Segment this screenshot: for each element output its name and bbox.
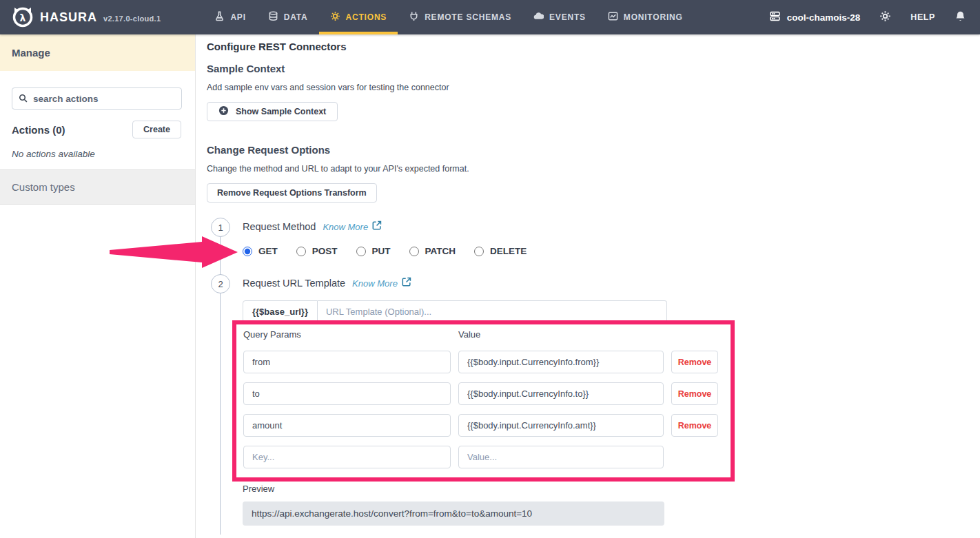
preview-url: https://api.exchangerate.host/convert?fr… xyxy=(252,508,532,519)
nav-item-label: DATA xyxy=(284,12,308,22)
nav-item-remote-schemas[interactable]: REMOTE SCHEMAS xyxy=(398,0,522,34)
query-param-value-input[interactable] xyxy=(458,382,664,405)
project-name-button[interactable]: cool-chamois-28 xyxy=(769,10,861,24)
radio-get[interactable] xyxy=(243,247,252,256)
search-actions-input[interactable] xyxy=(12,87,182,110)
preview-url-box: https://api.exchangerate.host/convert?fr… xyxy=(243,501,664,526)
database-icon xyxy=(268,11,278,23)
radio-post[interactable] xyxy=(296,247,306,256)
query-params-headers: Query Params Value xyxy=(243,329,718,340)
external-link-icon xyxy=(372,220,382,233)
url-template-row: {{$base_url}} xyxy=(243,300,980,322)
nav-item-label: MONITORING xyxy=(624,12,683,22)
brand-name: HASURA xyxy=(40,10,97,25)
external-link-icon xyxy=(402,277,411,289)
step-request-url-template: 2 Request URL Template Know More {{$base… xyxy=(207,274,980,526)
method-option-post[interactable]: POST xyxy=(296,246,338,256)
settings-gear-icon[interactable] xyxy=(879,10,891,25)
gears-icon xyxy=(330,11,340,23)
radio-put[interactable] xyxy=(356,247,366,256)
plug-icon xyxy=(409,11,419,23)
remove-param-button[interactable]: Remove xyxy=(671,351,718,373)
change-request-options-description: Change the method and URL to adapt to yo… xyxy=(207,164,980,174)
nav-item-label: ACTIONS xyxy=(346,12,387,22)
page-title: Configure REST Connectors xyxy=(207,41,980,52)
url-template-input[interactable] xyxy=(318,300,667,322)
hasura-logo[interactable]: λ HASURA v2.17.0-cloud.1 xyxy=(11,6,161,29)
sidebar-item-custom-types[interactable]: Custom types xyxy=(0,169,195,205)
remove-param-button[interactable]: Remove xyxy=(671,414,718,437)
preview-label: Preview xyxy=(243,484,980,494)
nav-item-api[interactable]: API xyxy=(203,0,256,34)
new-param-value-input[interactable] xyxy=(458,446,664,468)
radio-patch[interactable] xyxy=(409,247,419,256)
radio-delete[interactable] xyxy=(474,247,484,256)
nav-menu: API DATA ACTIONS REMOTE SCHEMAS EVENTS xyxy=(203,0,693,34)
server-icon xyxy=(769,10,781,24)
cloud-icon xyxy=(533,11,544,23)
nav-item-label: EVENTS xyxy=(549,12,586,22)
project-name: cool-chamois-28 xyxy=(787,12,861,23)
actions-count-heading: Actions (0) xyxy=(12,124,65,136)
nav-item-actions[interactable]: ACTIONS xyxy=(319,0,398,34)
search-actions-wrap xyxy=(12,87,181,110)
base-url-prefix: {{$base_url}} xyxy=(243,300,318,322)
nav-item-label: REMOTE SCHEMAS xyxy=(425,12,511,22)
nav-item-monitoring[interactable]: MONITORING xyxy=(597,0,694,34)
query-param-key-input[interactable] xyxy=(243,351,451,373)
request-url-template-title: Request URL Template xyxy=(243,278,345,289)
know-more-link-request-method[interactable]: Know More xyxy=(323,220,382,233)
new-param-key-input[interactable] xyxy=(243,446,451,468)
flask-icon xyxy=(214,11,225,23)
step-number-badge: 1 xyxy=(211,218,230,237)
query-params-column-header: Query Params xyxy=(243,329,451,340)
create-action-button[interactable]: Create xyxy=(132,121,181,138)
request-method-radio-group: GET POST PUT PATCH xyxy=(243,246,980,256)
sample-context-description: Add sample env vars and session vars for… xyxy=(207,83,980,92)
actions-sidebar: Manage Actions (0) Create No actions ava… xyxy=(0,34,196,538)
know-more-link-url-template[interactable]: Know More xyxy=(352,277,411,289)
navbar-right: cool-chamois-28 HELP xyxy=(769,10,966,25)
method-option-put[interactable]: PUT xyxy=(356,246,391,256)
nav-item-events[interactable]: EVENTS xyxy=(522,0,597,34)
configure-rest-connectors-panel: Configure REST Connectors Sample Context… xyxy=(196,34,980,538)
query-param-key-input[interactable] xyxy=(243,382,451,405)
method-option-get[interactable]: GET xyxy=(243,246,278,256)
no-actions-text: No actions available xyxy=(12,149,183,159)
chart-icon xyxy=(608,11,618,23)
query-param-value-input[interactable] xyxy=(458,351,664,373)
nav-item-label: API xyxy=(230,12,245,22)
method-option-delete[interactable]: DELETE xyxy=(474,246,527,256)
show-sample-context-label: Show Sample Context xyxy=(236,107,326,116)
query-param-row: Remove xyxy=(243,351,718,373)
query-param-value-input[interactable] xyxy=(458,414,664,437)
change-request-options-heading: Change Request Options xyxy=(207,144,980,156)
query-param-key-input[interactable] xyxy=(243,414,451,437)
show-sample-context-button[interactable]: Show Sample Context xyxy=(207,102,338,121)
query-param-row: Remove xyxy=(243,382,718,405)
hasura-logo-icon: λ xyxy=(11,6,34,29)
remove-request-options-transform-button[interactable]: Remove Request Options Transform xyxy=(207,183,377,203)
svg-text:λ: λ xyxy=(20,12,26,23)
version-label: v2.17.0-cloud.1 xyxy=(103,14,161,23)
top-navbar: λ HASURA v2.17.0-cloud.1 API DATA ACTION… xyxy=(0,0,980,34)
manage-label: Manage xyxy=(12,47,50,59)
sample-context-heading: Sample Context xyxy=(207,63,980,74)
step-request-method: 1 Request Method Know More GET xyxy=(207,218,980,256)
help-link[interactable]: HELP xyxy=(910,12,935,22)
bell-icon[interactable] xyxy=(955,10,966,25)
remove-param-button[interactable]: Remove xyxy=(671,382,718,405)
plus-circle-icon xyxy=(218,105,229,118)
request-method-title: Request Method xyxy=(243,221,316,232)
nav-item-data[interactable]: DATA xyxy=(257,0,319,34)
step-number-badge: 2 xyxy=(211,274,230,293)
know-more-label: Know More xyxy=(352,278,398,289)
custom-types-label: Custom types xyxy=(12,181,75,193)
query-param-row: Remove xyxy=(243,414,718,437)
sidebar-manage-header: Manage xyxy=(0,34,195,71)
method-option-patch[interactable]: PATCH xyxy=(409,246,456,256)
request-transform-steps: 1 Request Method Know More GET xyxy=(207,218,980,526)
actions-heading-row: Actions (0) Create xyxy=(12,121,181,138)
know-more-label: Know More xyxy=(323,222,368,232)
annotation-highlight-box: Query Params Value Remove Remove xyxy=(232,320,735,482)
